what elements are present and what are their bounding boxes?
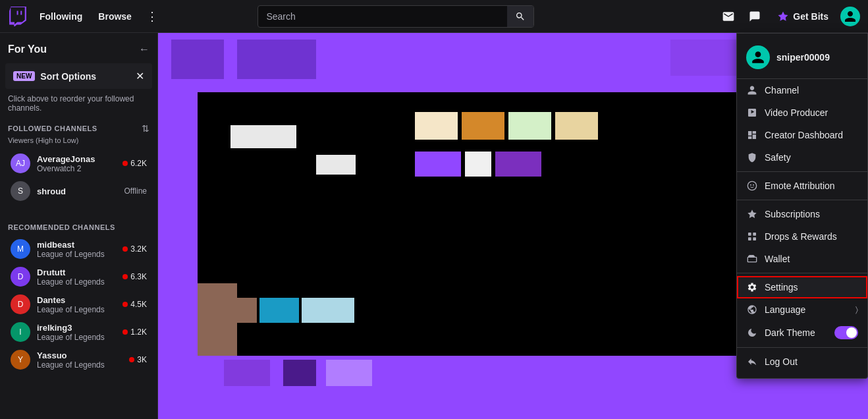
safety-label: Safety — [765, 152, 858, 163]
globe-icon — [746, 304, 758, 316]
svg-point-3 — [753, 184, 754, 186]
search-input[interactable] — [258, 6, 507, 27]
language-label: Language — [765, 304, 849, 315]
color-palette-row2 — [415, 152, 541, 177]
moon-icon — [746, 327, 758, 339]
live-indicator — [122, 329, 128, 335]
live-indicator — [122, 246, 128, 252]
film-icon — [746, 107, 758, 119]
dropdown-item-emote-attribution[interactable]: Emote Attribution — [737, 175, 867, 197]
for-you-label: For You — [8, 43, 47, 55]
drututt-game: League of Legends — [37, 277, 116, 287]
dantes-info: Dantes League of Legends — [37, 295, 116, 314]
dantes-game: League of Legends — [37, 305, 116, 314]
toggle-switch[interactable] — [834, 326, 858, 339]
svg-point-2 — [750, 184, 751, 186]
svg-point-1 — [747, 181, 756, 190]
topnav-right: Get Bits — [718, 6, 860, 27]
language-chevron: 〉 — [855, 305, 858, 314]
drututt-info: Drututt League of Legends — [37, 267, 116, 287]
following-nav-item[interactable]: Following — [33, 7, 89, 26]
star-icon — [746, 208, 758, 220]
dropdown-item-channel[interactable]: Channel — [737, 79, 867, 101]
irelking3-info: irelking3 League of Legends — [37, 323, 116, 342]
activity-feed-button[interactable] — [744, 6, 765, 27]
dropdown-avatar — [746, 45, 770, 69]
svg-marker-0 — [778, 11, 788, 20]
dropdown-item-safety[interactable]: Safety — [737, 146, 867, 169]
dropdown-item-wallet[interactable]: Wallet — [737, 248, 867, 270]
shroud-viewers: Offline — [124, 186, 147, 196]
dropdown-item-creator-dashboard[interactable]: Creator Dashboard — [737, 124, 867, 146]
collapse-sidebar-button[interactable]: ← — [139, 43, 149, 55]
new-badge: NEW — [13, 71, 35, 81]
dropdown-item-subscriptions[interactable]: Subscriptions — [737, 203, 867, 225]
user-avatar-button[interactable] — [840, 7, 860, 26]
dropdown-item-language[interactable]: Language 〉 — [737, 298, 867, 321]
midbeast-name: midbeast — [37, 240, 116, 250]
divider-3 — [737, 273, 867, 273]
shroud-info: shroud — [37, 186, 118, 196]
yassuo-game: League of Legends — [37, 360, 122, 370]
sort-options-panel: NEW Sort Options ✕ — [5, 63, 152, 89]
dropdown-item-dark-theme[interactable]: Dark Theme — [737, 321, 867, 345]
live-indicator — [122, 274, 128, 279]
dark-theme-label: Dark Theme — [765, 327, 828, 338]
averagejonas-info: AverageJonas Overwatch 2 — [37, 154, 116, 173]
dropdown-item-settings[interactable]: Settings — [737, 276, 867, 298]
midbeast-game: League of Legends — [37, 250, 116, 259]
svg-rect-5 — [753, 233, 756, 236]
for-you-header: For You ← — [0, 38, 157, 61]
user-dropdown-menu: sniper00009 Channel Video Producer Creat… — [736, 33, 868, 379]
channel-label: Channel — [765, 85, 858, 96]
dropdown-username: sniper00009 — [776, 52, 830, 63]
divider-1 — [737, 171, 867, 172]
more-nav-button[interactable]: ⋮ — [141, 5, 163, 28]
logout-icon — [746, 356, 758, 368]
sort-order-button[interactable]: ⇅ — [142, 123, 149, 134]
channel-item-midbeast[interactable]: M midbeast League of Legends 3.2K — [3, 235, 155, 263]
bottom-blocks — [224, 298, 354, 323]
dantes-viewers: 4.5K — [122, 300, 147, 309]
search-bar — [258, 5, 534, 28]
drututt-viewers: 6.3K — [122, 272, 147, 281]
sidebar: For You ← NEW Sort Options ✕ Click above… — [0, 33, 158, 419]
dark-theme-toggle[interactable] — [834, 326, 858, 339]
subscriptions-label: Subscriptions — [765, 209, 858, 219]
yassuo-viewers: 3K — [129, 355, 147, 364]
divider-4 — [737, 347, 867, 348]
dropdown-profile-section: sniper00009 — [737, 39, 867, 79]
bits-label: Get Bits — [793, 11, 828, 22]
averagejonas-game: Overwatch 2 — [37, 164, 116, 173]
dantes-avatar: D — [11, 294, 30, 314]
channel-item-yassuo[interactable]: Y Yassuo League of Legends 3K — [3, 346, 155, 374]
drututt-avatar: D — [11, 267, 30, 287]
drops-rewards-label: Drops & Rewards — [765, 231, 858, 242]
midbeast-info: midbeast League of Legends — [37, 240, 116, 259]
inbox-button[interactable] — [718, 6, 739, 27]
channel-item-irelking3[interactable]: I irelking3 League of Legends 1.2K — [3, 318, 155, 346]
browse-nav-item[interactable]: Browse — [92, 7, 138, 26]
followed-channels-label: FOLLOWED CHANNELS — [8, 125, 97, 132]
get-bits-button[interactable]: Get Bits — [771, 7, 835, 26]
svg-rect-4 — [748, 233, 751, 236]
channel-item-drututt[interactable]: D Drututt League of Legends 6.3K — [3, 263, 155, 291]
dropdown-item-drops-rewards[interactable]: Drops & Rewards — [737, 225, 867, 248]
yassuo-avatar: Y — [11, 350, 30, 370]
emote-attribution-label: Emote Attribution — [765, 181, 858, 191]
settings-gear-icon — [746, 281, 758, 293]
channel-item-shroud[interactable]: S shroud Offline — [3, 177, 155, 205]
twitch-logo[interactable] — [8, 7, 28, 26]
shroud-name: shroud — [37, 186, 118, 196]
toggle-knob — [846, 327, 857, 338]
creator-dashboard-label: Creator Dashboard — [765, 130, 858, 140]
search-button[interactable] — [507, 6, 533, 27]
channel-item-averagejonas[interactable]: AJ AverageJonas Overwatch 2 6.2K — [3, 150, 155, 177]
dropdown-item-logout[interactable]: Log Out — [737, 350, 867, 373]
person-icon — [746, 84, 758, 96]
topnav: Following Browse ⋮ Get Bits — [0, 0, 868, 33]
dropdown-item-video-producer[interactable]: Video Producer — [737, 101, 867, 124]
close-sort-button[interactable]: ✕ — [136, 70, 144, 82]
drops-icon — [746, 231, 758, 242]
channel-item-dantes[interactable]: D Dantes League of Legends 4.5K — [3, 291, 155, 318]
